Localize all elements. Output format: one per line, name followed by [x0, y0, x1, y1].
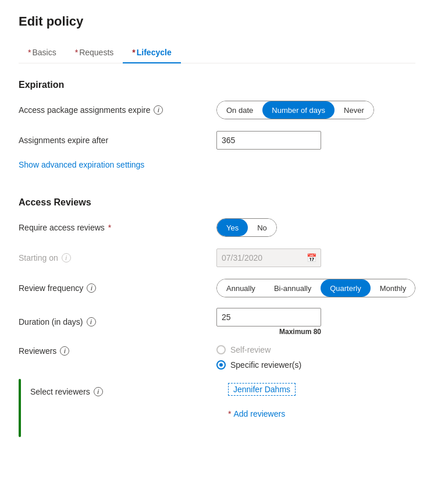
- select-reviewers-label: Select reviewers i: [30, 387, 228, 396]
- starting-on-row: Starting on i 📅: [19, 247, 415, 268]
- select-reviewers-section: Select reviewers i Jennifer Dahms * Add …: [19, 379, 415, 437]
- expire-toggle-group: On date Number of days Never: [216, 101, 374, 119]
- advanced-expiration-link[interactable]: Show advanced expiration settings: [19, 160, 144, 169]
- frequency-toggle-group: Annually Bi-annually Quarterly Monthly: [216, 279, 415, 297]
- reviewers-info-icon[interactable]: i: [60, 346, 69, 356]
- duration-label: Duration (in days) i: [19, 317, 216, 326]
- select-reviewers-info-icon[interactable]: i: [94, 387, 103, 396]
- green-accent-bar: [19, 379, 21, 437]
- frequency-monthly-btn[interactable]: Monthly: [371, 279, 415, 297]
- require-reviews-label: Require access reviews *: [19, 223, 216, 232]
- expiration-title: Expiration: [19, 80, 415, 90]
- require-star: *: [108, 223, 111, 232]
- starting-on-input[interactable]: [216, 249, 321, 267]
- duration-info-icon[interactable]: i: [87, 317, 96, 326]
- frequency-row: Review frequency i Annually Bi-annually …: [19, 278, 415, 299]
- expire-number-of-days-btn[interactable]: Number of days: [262, 101, 335, 119]
- require-no-btn[interactable]: No: [248, 219, 276, 236]
- expire-after-label: Assignments expire after: [19, 136, 216, 145]
- starting-on-label: Starting on i: [19, 253, 216, 262]
- reviewers-label: Reviewers i: [19, 345, 216, 356]
- frequency-annually-btn[interactable]: Annually: [217, 279, 265, 297]
- specific-reviewer-radio: [216, 360, 226, 370]
- reviewer-chip[interactable]: Jennifer Dahms: [228, 383, 296, 396]
- select-reviewers-row: Select reviewers i Jennifer Dahms: [30, 381, 415, 402]
- tab-requests[interactable]: *Requests: [66, 43, 123, 63]
- starting-on-info-icon[interactable]: i: [62, 253, 71, 262]
- page-title: Edit policy: [19, 14, 415, 29]
- frequency-quarterly-btn[interactable]: Quarterly: [321, 279, 370, 297]
- expire-on-date-btn[interactable]: On date: [217, 101, 262, 119]
- access-reviews-section: Access Reviews Require access reviews * …: [19, 197, 415, 437]
- access-reviews-title: Access Reviews: [19, 197, 415, 208]
- expire-never-btn[interactable]: Never: [335, 101, 373, 119]
- self-review-label: Self-review: [230, 345, 271, 354]
- duration-input[interactable]: [216, 308, 321, 326]
- expire-info-icon[interactable]: i: [154, 105, 163, 115]
- reviewer-chips: Jennifer Dahms: [228, 383, 296, 400]
- expire-label: Access package assignments expire i: [19, 105, 216, 115]
- require-reviews-toggle: Yes No: [216, 218, 277, 237]
- reviewers-content: Select reviewers i Jennifer Dahms * Add …: [30, 379, 415, 437]
- specific-reviewer-label: Specific reviewer(s): [230, 360, 301, 370]
- frequency-info-icon[interactable]: i: [87, 283, 96, 293]
- add-reviewers-star: *: [228, 409, 231, 418]
- tab-lifecycle[interactable]: *Lifecycle: [123, 43, 180, 63]
- expire-after-input[interactable]: [216, 131, 321, 150]
- max-label: Maximum 80: [216, 328, 321, 336]
- add-reviewers-link[interactable]: * Add reviewers: [228, 409, 415, 418]
- duration-row: Duration (in days) i Maximum 80: [19, 308, 415, 336]
- reviewers-row: Reviewers i Self-review Specific reviewe…: [19, 345, 415, 370]
- self-review-radio: [216, 345, 226, 354]
- specific-reviewer-option[interactable]: Specific reviewer(s): [216, 360, 301, 370]
- starting-on-input-wrap: 📅: [216, 249, 321, 267]
- reviewer-radio-group: Self-review Specific reviewer(s): [216, 345, 301, 370]
- tab-bar: *Basics *Requests *Lifecycle: [19, 43, 415, 63]
- duration-input-col: Maximum 80: [216, 308, 321, 336]
- frequency-label: Review frequency i: [19, 283, 216, 293]
- expire-after-row: Assignments expire after: [19, 130, 415, 151]
- calendar-icon: 📅: [307, 253, 316, 262]
- frequency-bi-annually-btn[interactable]: Bi-annually: [265, 279, 321, 297]
- expire-row: Access package assignments expire i On d…: [19, 100, 415, 120]
- add-reviewers-row: * Add reviewers: [228, 409, 415, 418]
- require-reviews-row: Require access reviews * Yes No: [19, 217, 415, 238]
- expiration-section: Expiration Access package assignments ex…: [19, 80, 415, 183]
- self-review-option[interactable]: Self-review: [216, 345, 301, 354]
- require-yes-btn[interactable]: Yes: [217, 219, 248, 236]
- tab-basics[interactable]: *Basics: [19, 43, 66, 63]
